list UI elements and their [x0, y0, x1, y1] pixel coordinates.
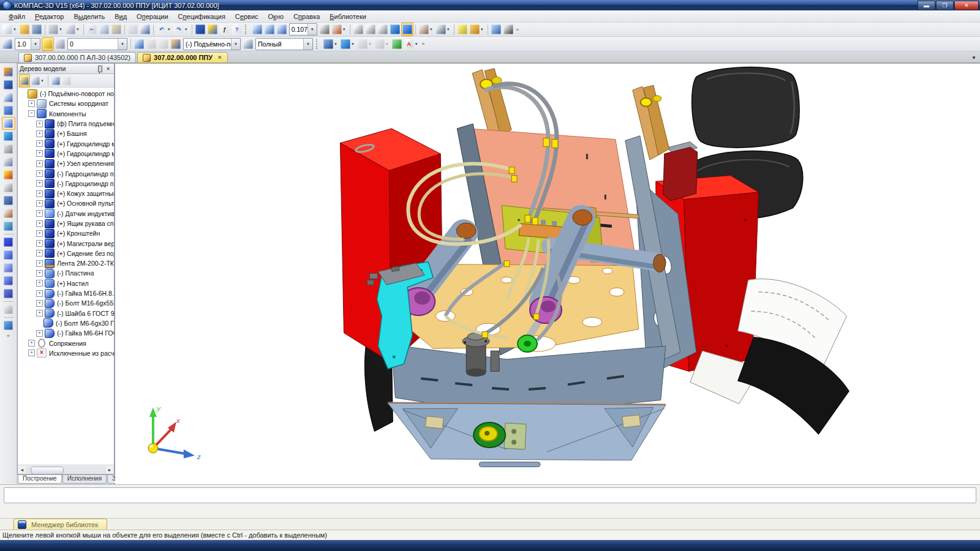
paste-icon[interactable]: [110, 23, 123, 36]
filter-axes-icon-dropdown-icon[interactable]: ▼: [385, 42, 390, 46]
fx-icon[interactable]: ƒ: [219, 23, 231, 36]
tree-item[interactable]: +(+) Узел крепления р: [18, 159, 114, 168]
scroll-right-icon[interactable]: ►: [106, 467, 113, 473]
tree-tab-исполнения[interactable]: Исполнения: [62, 475, 107, 484]
tree-item[interactable]: +(+) Гидроцилиндр м: [18, 149, 114, 159]
step-combo-dropdown-icon[interactable]: ▼: [31, 39, 40, 50]
tree-item[interactable]: +Системы координат: [18, 99, 114, 108]
dimensions-icon[interactable]: А▼: [403, 37, 420, 51]
tree-expander[interactable]: +: [36, 260, 43, 267]
orientation-combo[interactable]: (-) Подъёмно-повор▼: [183, 38, 241, 50]
tree-expander[interactable]: +: [36, 160, 43, 167]
print-preview-icon[interactable]: ▼: [64, 23, 81, 36]
3d-viewport[interactable]: x y z: [115, 63, 980, 484]
spline-icon[interactable]: [2, 91, 15, 104]
toolbar-overflow-button[interactable]: »: [420, 41, 425, 47]
tree-expander[interactable]: +: [36, 270, 43, 277]
tree-item[interactable]: +(+) Башня: [18, 129, 114, 138]
save-icon[interactable]: [31, 23, 43, 36]
menu-спецификация[interactable]: Спецификация: [173, 12, 230, 21]
dimensions-icon-dropdown-icon[interactable]: ▼: [414, 42, 419, 46]
tree-item[interactable]: +(+) Магистрали верх: [18, 238, 114, 248]
scroll-track[interactable]: [26, 467, 106, 473]
tree-doc-icon[interactable]: [61, 74, 72, 88]
clip-area-icon-dropdown-icon[interactable]: ▼: [480, 28, 484, 31]
tree-item[interactable]: +(-) Гидроцилиндр по: [18, 168, 114, 178]
layers-icon[interactable]: [54, 37, 66, 51]
filter-faces-icon[interactable]: ▼: [322, 37, 339, 51]
tree-item[interactable]: +(-) Шайба 6 ГОСТ 964: [18, 309, 114, 318]
tree-item[interactable]: +(ф) Плита подъемно: [18, 119, 114, 129]
tree-expander[interactable]: +: [36, 290, 43, 297]
print-icon[interactable]: ▼: [47, 23, 64, 36]
tree-item[interactable]: +(-) Болт М16-6gх55 Г: [18, 298, 114, 308]
tree-structure-toggle-icon[interactable]: [19, 74, 30, 88]
tree-item[interactable]: +(-) Гидроцилиндр по: [18, 179, 114, 189]
tree-expander[interactable]: +: [36, 210, 43, 217]
report-icon[interactable]: [2, 194, 15, 207]
tree-item[interactable]: +(-) Датчик индуктивн: [18, 209, 114, 219]
close-panel-icon[interactable]: ✕: [104, 65, 112, 72]
document-tab[interactable]: 307.00.00.000 П АЛ-30 (43502): [18, 52, 136, 62]
3d-model[interactable]: x y z: [115, 64, 980, 484]
filter-edges-icon[interactable]: ▼: [339, 37, 356, 51]
simplified-view-icon-dropdown-icon[interactable]: ▼: [429, 28, 434, 31]
tree-expander[interactable]: +: [36, 121, 43, 127]
solid-modeling-icon[interactable]: [2, 78, 15, 91]
open-document-icon[interactable]: [18, 23, 31, 36]
measure-icon[interactable]: [2, 156, 15, 168]
filter-faces-icon-dropdown-icon[interactable]: ▼: [333, 42, 338, 46]
tree-expander[interactable]: +: [36, 200, 43, 207]
tree-composition-icon[interactable]: ▼: [30, 74, 46, 88]
tree-item[interactable]: +(-) Гайка М6-6Н ГОС: [18, 328, 114, 338]
refresh-image-icon[interactable]: [318, 23, 331, 36]
filter-vertices-icon[interactable]: ▼: [356, 37, 374, 51]
tree-expander[interactable]: +: [36, 130, 43, 137]
display-mode-combo-dropdown-icon[interactable]: ▼: [303, 39, 312, 50]
scroll-left-icon[interactable]: ◄: [18, 467, 26, 473]
shaded-edges-icon[interactable]: [401, 23, 413, 36]
aux-geometry-icon[interactable]: [2, 130, 15, 143]
tree-item[interactable]: +(+) Основной пульт у: [18, 198, 114, 208]
tree-item[interactable]: +(-) Гайка М16-6Н.8.35: [18, 288, 114, 298]
tree-report-icon[interactable]: [50, 74, 61, 88]
hidden-lines-dim-icon[interactable]: [377, 23, 389, 36]
tree-expander[interactable]: +: [36, 250, 43, 257]
minimize-button[interactable]: ▬: [918, 1, 935, 10]
sketch-setup-icon[interactable]: [145, 37, 157, 51]
tree-expander[interactable]: +: [36, 300, 43, 307]
orientation-combo-dropdown-icon[interactable]: ▼: [231, 39, 240, 50]
array-icon[interactable]: [2, 117, 15, 130]
tree-expander[interactable]: +: [36, 220, 43, 227]
document-manager-icon[interactable]: [194, 23, 206, 36]
tree-tab-построение[interactable]: Построение: [18, 475, 62, 484]
undo-icon[interactable]: ↶▼: [156, 23, 173, 36]
step-combo[interactable]: 1.0▼: [15, 38, 40, 50]
menu-операции[interactable]: Операции: [132, 12, 173, 21]
hide-component-icon[interactable]: [456, 23, 469, 36]
pin-icon[interactable]: [96, 65, 104, 72]
tree-item[interactable]: +Сопряжения: [18, 338, 114, 348]
library-manager-tab[interactable]: Менеджер библиотек: [13, 519, 107, 530]
tree-expander[interactable]: +: [36, 150, 43, 157]
scroll-thumb[interactable]: [31, 467, 64, 474]
tree-item[interactable]: (-) Подъёмно-поворот ное ус: [18, 89, 114, 99]
tree-item[interactable]: +(+) Кожух защитный: [18, 189, 114, 198]
menu-вид[interactable]: Вид: [110, 12, 132, 21]
tree-item[interactable]: +(+) Настил: [18, 279, 114, 288]
section-view-icon[interactable]: ▼: [435, 23, 452, 36]
tree-item[interactable]: +(-) Пластина: [18, 268, 114, 278]
specification-icon[interactable]: [2, 181, 15, 194]
tree-expander[interactable]: +: [36, 190, 43, 197]
structure-list-icon[interactable]: [242, 37, 254, 51]
filter-funnel-icon[interactable]: [2, 168, 15, 181]
menu-выделить[interactable]: Выделить: [69, 12, 110, 21]
filter-edges-icon-dropdown-icon[interactable]: ▼: [350, 42, 355, 46]
tree-expander[interactable]: +: [28, 100, 35, 107]
attachments-icon[interactable]: [2, 143, 15, 156]
filter-cube-icon[interactable]: [170, 37, 182, 51]
redo-icon[interactable]: ↷▼: [173, 23, 190, 36]
rotate-model-icon-dropdown-icon[interactable]: ▼: [342, 28, 347, 31]
tree-item[interactable]: +(+) Ящик рукава спа: [18, 219, 114, 228]
tree-item[interactable]: +(+) Сидение без под: [18, 249, 114, 258]
